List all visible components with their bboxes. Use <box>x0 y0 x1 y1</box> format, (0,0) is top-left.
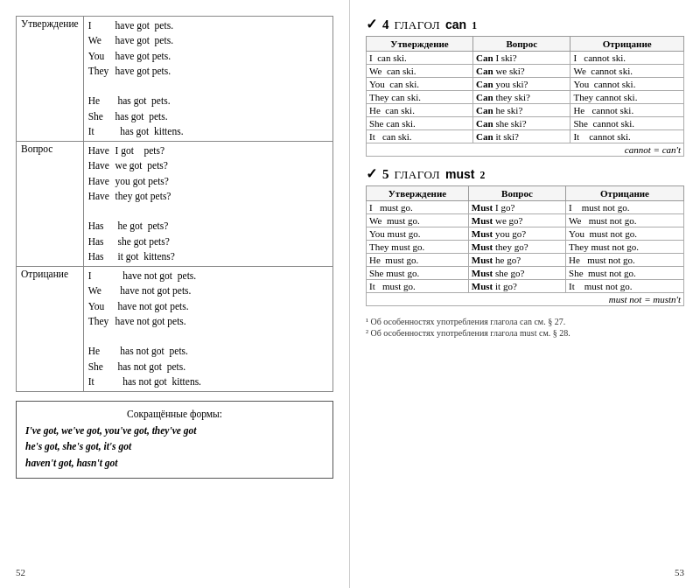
question-cell: Can it ski? <box>473 130 570 144</box>
row: You have not got pets. <box>88 299 328 314</box>
affirm-cell: They can ski. <box>367 91 473 104</box>
section-number-5: 5 <box>382 167 389 182</box>
question-cell: Must they go? <box>468 241 565 254</box>
question-cell: Can he ski? <box>473 104 570 117</box>
checkmark-5: ✓ <box>366 165 377 182</box>
affirm-cell: It must go. <box>367 280 469 293</box>
affirm-label: Утверждение <box>17 17 84 142</box>
table-row: She can ski. Can she ski? She cannot ski… <box>367 117 684 130</box>
section-sup-4: 1 <box>472 20 477 32</box>
table-row: We can ski. Can we ski? We cannot ski. <box>367 65 684 78</box>
negation-cell: He must not go. <box>566 254 684 267</box>
row: It has not got kittens. <box>88 374 328 389</box>
section-title-ru-5: ГЛАГОЛ <box>395 168 441 182</box>
row: He has got pets. <box>88 94 328 108</box>
negation-cell: It cannot ski. <box>570 130 684 144</box>
question-cell: Can you ski? <box>473 78 570 91</box>
short-forms-box: Сокращённые формы: I've got, we've got, … <box>16 401 333 479</box>
affirm-cell: She must go. <box>367 267 469 280</box>
section-5-header: ✓ 5 ГЛАГОЛ must2 <box>366 165 684 182</box>
table-row: They must go. Must they go? They must no… <box>367 241 684 254</box>
row: She has got pets. <box>88 109 328 124</box>
table-row: We must go. Must we go? We must not go. <box>367 214 684 228</box>
page-right: ✓ 4 ГЛАГОЛ can1 Утверждение Вопрос Отриц… <box>350 0 700 588</box>
question-cell: Can she ski? <box>473 117 570 130</box>
table-row: You must go. Must you go? You must not g… <box>367 228 684 241</box>
affirm-cell: You must go. <box>367 228 469 241</box>
table-row: He can ski. Can he ski? He cannot ski. <box>367 104 684 117</box>
negation-cell: I must not go. <box>566 201 684 214</box>
row: Have we got pets? <box>88 158 328 173</box>
affirm-cell: She can ski. <box>367 117 473 130</box>
row: It has got kittens. <box>88 124 328 139</box>
page-left: Утверждение I have got pets. We have got… <box>0 0 350 588</box>
row: Have I got pets? <box>88 144 328 158</box>
negation-cell: They cannot ski. <box>570 91 684 104</box>
row: Has he got pets? <box>88 219 328 234</box>
row: You have got pets. <box>88 49 328 64</box>
short-forms-title: Сокращённые формы: <box>25 409 324 419</box>
row: He has not got pets. <box>88 344 328 359</box>
negation-cell: You cannot ski. <box>570 78 684 91</box>
footnote-2: ² Об особенностях употребления глагола m… <box>366 328 684 338</box>
section-word-must: must <box>445 167 474 181</box>
col-negation: Отрицание <box>570 37 684 52</box>
question-cell: Must I go? <box>468 201 565 214</box>
affirm-cell: It can ski. <box>367 130 473 144</box>
section-title-ru-4: ГЛАГОЛ <box>395 18 441 32</box>
affirm-content: I have got pets. We have got pets. You h… <box>83 17 332 142</box>
col-affirm: Утверждение <box>367 186 469 201</box>
equivalence-row: cannot = can't <box>367 144 684 157</box>
negation-cell: He cannot ski. <box>570 104 684 117</box>
affirm-cell: He can ski. <box>367 104 473 117</box>
mustnot-eq: must not = mustn't <box>367 293 684 306</box>
negation-cell: I cannot ski. <box>570 52 684 65</box>
checkmark-4: ✓ <box>366 16 377 32</box>
section-word-can: can <box>445 18 466 32</box>
can-table: Утверждение Вопрос Отрицание I can ski. … <box>366 36 684 157</box>
affirm-cell: He must go. <box>367 254 469 267</box>
table-row: I can ski. Can I ski? I cannot ski. <box>367 52 684 65</box>
section-5: ✓ 5 ГЛАГОЛ must2 Утверждение Вопрос Отри… <box>366 165 684 306</box>
section-sup-5: 2 <box>480 170 485 181</box>
col-question: Вопрос <box>473 37 570 52</box>
page-number-left: 52 <box>16 567 25 578</box>
question-cell: Can I ski? <box>473 52 570 65</box>
negation-cell: We cannot ski. <box>570 65 684 78</box>
section-4: ✓ 4 ГЛАГОЛ can1 Утверждение Вопрос Отриц… <box>366 16 684 157</box>
row: Has it got kittens? <box>88 249 328 264</box>
question-cell: Must you go? <box>468 228 565 241</box>
cannot-eq: cannot = can't <box>367 144 684 157</box>
row: Have they got pets? <box>88 189 328 204</box>
negation-content: I have not got pets. We have not got pet… <box>83 267 332 392</box>
table-row: You can ski. Can you ski? You cannot ski… <box>367 78 684 91</box>
row: We have not got pets. <box>88 284 328 298</box>
table-row: She must go. Must she go? She must not g… <box>367 267 684 280</box>
affirm-cell: I can ski. <box>367 52 473 65</box>
row: She has not got pets. <box>88 360 328 374</box>
negation-label: Отрицание <box>17 267 84 392</box>
table-row: He must go. Must he go? He must not go. <box>367 254 684 267</box>
row: They have got pets. <box>88 64 328 79</box>
row: Has she got pets? <box>88 234 328 249</box>
row: They have not got pets. <box>88 314 328 329</box>
short-forms-content: I've got, we've got, you've got, they've… <box>25 423 324 471</box>
row <box>88 204 328 219</box>
page-number-right: 53 <box>675 567 684 578</box>
question-cell: Must she go? <box>468 267 565 280</box>
section-4-header: ✓ 4 ГЛАГОЛ can1 <box>366 16 684 32</box>
question-cell: Can they ski? <box>473 91 570 104</box>
negation-cell: She cannot ski. <box>570 117 684 130</box>
question-cell: Must it go? <box>468 280 565 293</box>
row: We have got pets. <box>88 33 328 48</box>
question-cell: Can we ski? <box>473 65 570 78</box>
section-number-4: 4 <box>382 18 389 32</box>
question-cell: Must we go? <box>468 214 565 228</box>
col-negation: Отрицание <box>566 186 684 201</box>
negation-cell: They must not go. <box>566 241 684 254</box>
question-label: Вопрос <box>17 142 84 267</box>
affirm-cell: We must go. <box>367 214 469 228</box>
affirm-cell: They must go. <box>367 241 469 254</box>
table-row: It must go. Must it go? It must not go. <box>367 280 684 293</box>
row: I have got pets. <box>88 18 328 33</box>
